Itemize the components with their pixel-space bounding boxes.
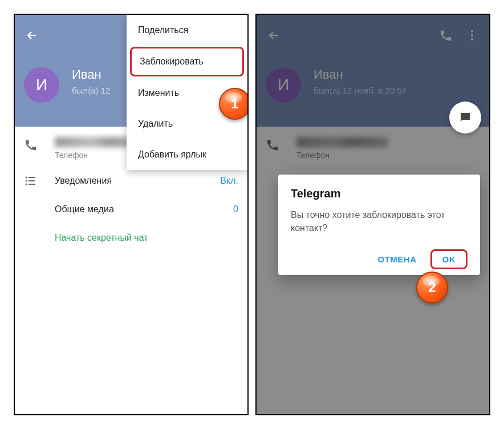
list-icon [24,174,38,188]
svg-point-1 [26,180,27,182]
contact-name: Иван [72,67,101,82]
tutorial-container: И Иван был(а) 12 Телефон Уведомления Вкл… [0,0,504,429]
cancel-button[interactable]: ОТМЕНА [370,250,425,269]
menu-item-share[interactable]: Поделиться [127,15,247,46]
start-secret-chat[interactable]: Начать секретный чат [15,224,247,252]
screen-right: И Иван был(а) 12 нояб. в 20:57 Телефон T… [255,14,490,415]
svg-point-2 [26,184,27,185]
ok-button[interactable]: OK [430,249,468,269]
notifications-label: Уведомления [55,176,112,186]
shared-media-value: 0 [233,204,238,214]
menu-item-add-shortcut[interactable]: Добавить ярлык [127,139,247,170]
back-arrow-icon[interactable] [25,29,39,42]
avatar[interactable]: И [24,67,59,103]
svg-rect-4 [29,180,35,181]
screen-left: И Иван был(а) 12 Телефон Уведомления Вкл… [14,14,249,415]
shared-media-label: Общие медиа [55,204,114,214]
avatar-initial: И [36,76,47,94]
step-badge-1: 1 [219,88,249,120]
message-fab[interactable] [449,102,481,133]
dialog-title: Telegram [291,187,468,200]
badge-number: 2 [428,280,436,296]
svg-rect-3 [29,177,35,178]
notifications-row[interactable]: Уведомления Вкл. [15,167,247,195]
last-seen-status: был(а) 12 [72,86,110,95]
step-badge-2: 2 [416,272,448,303]
chat-icon [458,111,472,124]
notifications-value: Вкл. [220,176,238,186]
svg-rect-5 [29,184,35,185]
menu-item-block[interactable]: Заблокировать [130,47,244,76]
dialog-message: Вы точно хотите заблокировать этот конта… [291,208,468,234]
badge-number: 1 [231,96,238,112]
confirm-dialog: Telegram Вы точно хотите заблокировать э… [278,175,480,275]
phone-icon [24,138,38,152]
dialog-actions: ОТМЕНА OK [291,249,468,269]
shared-media-row[interactable]: Общие медиа 0 [15,195,247,224]
svg-point-0 [26,177,27,179]
